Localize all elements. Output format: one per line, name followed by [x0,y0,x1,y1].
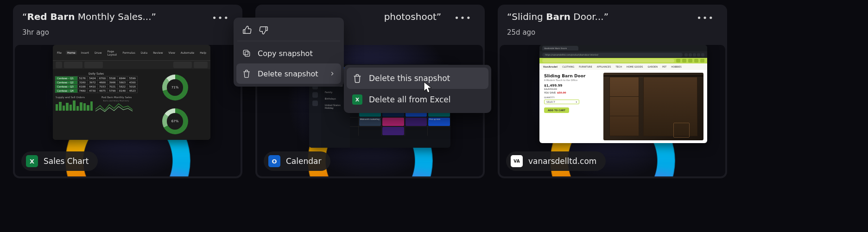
trash-icon [352,73,362,83]
app-chip[interactable]: vanarsdelltd.com [506,151,606,171]
submenu-delete-this-label: Delete this snapshot [369,74,450,83]
excel-bars-title: Supply and Sell Orders [56,96,93,99]
product-price: $1,499.99 [544,84,599,88]
chip-label: Sales Chart [44,157,89,166]
excel-ribbon: FileHomeInsertDrawPage LayoutFormulasDat… [53,45,210,61]
submenu-delete-all-excel[interactable]: X Delete all from Excel [347,89,488,110]
menu-copy-label: Copy snapshot [258,49,313,58]
browser-addressbar: https://vanarsdelltd.com/product/barndoo… [539,51,707,58]
menu-copy-snapshot[interactable]: Copy snapshot [236,43,341,63]
card-title: “Sliding Barn Door...” [507,11,608,22]
submenu-delete-all-label: Delete all from Excel [369,95,451,104]
trash-icon [242,69,251,78]
site-main-nav: VanArsdel CLOTHINGFURNITUREAPPLIANCESTEC… [539,63,707,70]
menu-delete-label: Delete snapshot [258,69,318,78]
excel-icon [26,155,38,167]
snapshot-card-browser[interactable]: “Sliding Barn Door...” ••• 25d ago VanAr… [498,5,727,178]
submenu-delete-this[interactable]: Delete this snapshot [347,68,488,89]
excel-line-title: Red Barn Monthly Sales [95,96,138,99]
title-match: Barn [546,11,570,22]
chip-label: vanarsdelltd.com [528,157,596,166]
app-chip[interactable]: Sales Chart [21,151,98,171]
site-utility-bar [539,58,707,63]
menu-delete-snapshot[interactable]: Delete snapshot [236,63,341,84]
title-rest: Door...” [570,11,608,22]
address-url: https://vanarsdelltd.com/product/barndoo… [542,53,683,57]
copy-icon [242,49,251,58]
menu-separator [237,41,340,41]
title-quote-open: “ [22,11,27,22]
excel-icon: X [352,94,362,105]
card-title-partial: photoshoot” [384,11,441,22]
excel-ribbon-tools [53,61,210,69]
site-logo: VanArsdel [543,65,558,68]
product-name: Sliding Barn Door [544,74,599,78]
snapshot-thumbnail[interactable]: FileHomeInsertDrawPage LayoutFormulasDat… [15,45,241,176]
svg-rect-0 [245,52,250,56]
excel-table-title: Daily Sales [55,72,138,75]
donut-chart-2 [162,108,188,134]
product-image [603,73,703,140]
more-button[interactable]: ••• [693,11,718,25]
card-title: “Red Barn Monthly Sales...” [22,11,156,22]
app-chip[interactable]: Calendar [264,151,330,171]
add-to-cart-button: ADD TO CART [544,107,569,113]
donut-chart-1 [162,75,188,100]
delete-submenu: Delete this snapshot X Delete all from E… [344,65,491,113]
thumbs-down-icon[interactable] [259,25,269,35]
card-timestamp: 3hr ago [13,27,242,40]
more-button[interactable]: ••• [450,11,475,25]
svg-rect-1 [243,50,248,55]
product-price-old: $1,549.99 [544,88,599,90]
qty-select: SELECT▾ [544,100,579,104]
more-button[interactable]: ••• [208,11,233,25]
browser-tab: VanArsdel Barn Doors [542,46,578,50]
excel-line-chart [95,102,138,114]
qty-label: QUANTITY [544,96,599,99]
snapshot-context-menu: Copy snapshot Delete snapshot [234,18,344,87]
excel-window: FileHomeInsertDrawPage LayoutFormulasDat… [53,45,210,140]
chip-label: Calendar [286,157,321,166]
thumbs-up-icon[interactable] [242,25,252,35]
title-rest: Monthly Sales...” [75,11,156,22]
site-icon [511,155,523,167]
outlook-icon [268,155,280,167]
snapshot-card-sales[interactable]: “Red Barn Monthly Sales...” ••• 3hr ago … [13,5,242,178]
product-tagline: A Modern Touch to the Office [544,79,599,82]
browser-window: VanArsdel Barn Doors https://vanarsdellt… [539,45,707,143]
chevron-right-icon [329,70,336,77]
card-timestamp: 25d ago [498,27,727,40]
product-info: Sliding Barn Door A Modern Touch to the … [539,70,603,143]
browser-tabbar: VanArsdel Barn Doors [539,45,707,51]
excel-data-table: Contoso - Q1517654246700550868445599 Con… [55,76,138,93]
title-match: Red Barn [27,11,75,22]
excel-bar-chart [56,100,93,111]
snapshot-thumbnail[interactable]: VanArsdel Barn Doors https://vanarsdellt… [500,45,725,176]
title-pre: “Sliding [507,11,546,22]
